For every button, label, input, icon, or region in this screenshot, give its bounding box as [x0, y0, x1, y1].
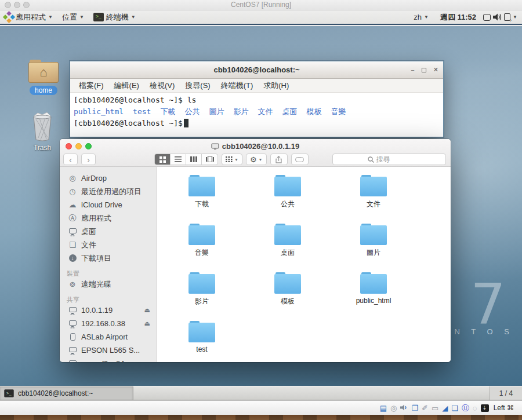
- folder-item[interactable]: 下載: [173, 174, 231, 222]
- sidebar-item-downloads[interactable]: ↓下載項目: [60, 251, 156, 265]
- folder-item[interactable]: 文件: [345, 174, 403, 222]
- menu-file[interactable]: 檔案(F): [74, 81, 109, 91]
- recording-icon[interactable]: ❏: [451, 404, 458, 412]
- folder-icon: [274, 272, 301, 294]
- terminal-minimize-button[interactable]: −: [411, 67, 414, 74]
- screen-icon[interactable]: [483, 14, 491, 21]
- settings-icon[interactable]: [504, 13, 510, 21]
- finder-close-button[interactable]: [66, 143, 72, 149]
- ls-entry: 音樂: [331, 107, 346, 116]
- taskbar-window-button[interactable]: >_ cbb104026@localhost:~: [0, 386, 133, 400]
- folder-icon: [188, 175, 215, 196]
- computer-icon: [68, 309, 77, 312]
- sidebar-item-shared-airport[interactable]: ASLab Airport: [60, 330, 156, 344]
- sidebar-item-desktop[interactable]: 桌面: [60, 225, 156, 238]
- folder-item[interactable]: 圖片: [345, 222, 403, 271]
- tag-button[interactable]: [291, 154, 309, 165]
- input-language-menu[interactable]: zh ▼: [409, 13, 433, 21]
- sidebar-item-shared-computer[interactable]: 10.0.1.19⏏: [60, 304, 156, 317]
- folder-icon: [274, 175, 301, 196]
- menu-view[interactable]: 檢視(V): [144, 81, 180, 91]
- folder-item[interactable]: test: [173, 320, 231, 362]
- system-menu-chevron-icon[interactable]: ▼: [513, 14, 517, 20]
- sidebar-item-shared-computer[interactable]: 192.168.0.38⏏: [60, 317, 156, 330]
- action-button[interactable]: ⚙ ▼: [246, 154, 267, 165]
- volume-icon[interactable]: [493, 13, 502, 21]
- terminal-menubar: 檔案(F) 編輯(E) 檢視(V) 搜尋(S) 終端機(T) 求助(H): [70, 79, 443, 93]
- features-icon[interactable]: Ⓤ: [462, 404, 469, 412]
- mouse-integration-icon[interactable]: ◌: [473, 404, 477, 412]
- finder-minimize-button[interactable]: [75, 143, 82, 149]
- ls-entry: 公共: [184, 107, 200, 116]
- menu-help[interactable]: 求助(H): [258, 81, 294, 91]
- view-columns-button[interactable]: [186, 154, 202, 165]
- display-icon[interactable]: ◢: [442, 404, 448, 412]
- view-list-button[interactable]: [171, 154, 186, 165]
- sidebar-item-applications[interactable]: Ⓐ應用程式: [60, 211, 156, 225]
- finder-titlebar[interactable]: cbb104026@10.0.1.19 ‹ ›: [60, 139, 451, 167]
- share-button[interactable]: [270, 154, 288, 165]
- chevron-down-icon: ▼: [234, 158, 238, 162]
- home-icon-label: home: [30, 86, 57, 95]
- eject-button[interactable]: ⏏: [144, 320, 150, 327]
- network-icon[interactable]: ❐: [411, 404, 418, 412]
- shared-folders-icon[interactable]: ▭: [432, 404, 438, 412]
- view-coverflow-button[interactable]: [202, 154, 217, 165]
- group-by-button[interactable]: ▼: [222, 154, 242, 165]
- audio-icon[interactable]: [400, 404, 408, 412]
- optical-drives-icon[interactable]: ◎: [390, 404, 397, 412]
- view-mode-segmented-control: [154, 154, 218, 165]
- sidebar-item-icloud-drive[interactable]: ☁iCloud Drive: [60, 198, 156, 211]
- workspace-pager[interactable]: 1 / 4: [490, 386, 522, 400]
- desktop-icon: [68, 230, 77, 233]
- usb-icon[interactable]: ✐: [422, 404, 428, 412]
- host-key-label: Left ⌘: [494, 404, 514, 412]
- menu-edit[interactable]: 編輯(E): [109, 81, 144, 91]
- keyboard-capture-icon[interactable]: ⇣: [481, 404, 489, 412]
- vm-close-button[interactable]: [5, 2, 11, 8]
- forward-button[interactable]: ›: [81, 154, 96, 165]
- sidebar-item-remote-disc[interactable]: ⊚遠端光碟: [60, 277, 156, 291]
- vm-zoom-button[interactable]: [23, 2, 30, 8]
- clock[interactable]: 週四 11:52: [436, 12, 481, 23]
- sidebar-item-recents[interactable]: ◷最近使用過的項目: [60, 185, 156, 198]
- sidebar-item-documents[interactable]: ❏文件: [60, 238, 156, 251]
- chevron-down-icon: ▼: [259, 158, 263, 162]
- search-input[interactable]: [376, 155, 411, 163]
- downloads-icon: ↓: [68, 254, 77, 262]
- applications-menu[interactable]: 應用程式 ▼: [0, 10, 57, 24]
- vm-minimize-button[interactable]: [14, 2, 20, 8]
- sidebar-item-airdrop[interactable]: ◎AirDrop: [60, 171, 156, 185]
- terminal-titlebar[interactable]: cbb104026@localhost:~ − ✕: [70, 61, 443, 79]
- desktop-icon-trash[interactable]: Trash: [22, 111, 63, 152]
- folder-item[interactable]: 音樂: [173, 222, 231, 271]
- sidebar-item-shared-partial[interactable]: epsonf9ce34: [60, 357, 156, 362]
- eject-button[interactable]: ⏏: [144, 306, 150, 314]
- menu-search[interactable]: 搜尋(S): [180, 81, 215, 91]
- hard-disks-icon[interactable]: ▤: [380, 404, 387, 412]
- vbox-status-bar: ▤ ◎ ❐ ✐ ▭ ◢ ❏ Ⓤ ◌ ⇣ Left ⌘: [0, 400, 522, 415]
- view-icons-button[interactable]: [155, 154, 171, 165]
- terminal-maximize-button[interactable]: [422, 68, 426, 72]
- terminal-window-title: cbb104026@localhost:~: [213, 65, 299, 74]
- back-button[interactable]: ‹: [63, 154, 78, 165]
- folder-icon: [274, 224, 301, 245]
- finder-zoom-button[interactable]: [85, 143, 92, 149]
- finder-toolbar: ‹ › ▼ ⚙ ▼: [60, 152, 451, 167]
- terminal-close-button[interactable]: ✕: [433, 66, 438, 74]
- places-menu[interactable]: 位置 ▼: [57, 10, 89, 24]
- airdrop-icon: ◎: [68, 174, 77, 182]
- search-field[interactable]: [332, 154, 446, 165]
- folder-item[interactable]: public_html: [345, 271, 403, 320]
- sidebar-item-shared-printer[interactable]: EPSON L565 S...: [60, 344, 156, 357]
- vm-window-title: CentOS7 [Running]: [0, 0, 522, 10]
- menu-terminal[interactable]: 終端機(T): [216, 81, 259, 91]
- desktop-icon-home[interactable]: home: [23, 60, 64, 95]
- folder-item[interactable]: 公共: [259, 174, 317, 222]
- folder-item[interactable]: 桌面: [259, 222, 317, 271]
- app-menu-label: 終端機: [106, 12, 129, 23]
- folder-item[interactable]: 影片: [173, 271, 231, 320]
- folder-item[interactable]: 模板: [259, 271, 317, 320]
- terminal-screen[interactable]: [cbb104026@localhost ~]$ ls public_htmlt…: [70, 93, 443, 137]
- app-menu-terminal[interactable]: >_ 終端機 ▼: [89, 10, 140, 24]
